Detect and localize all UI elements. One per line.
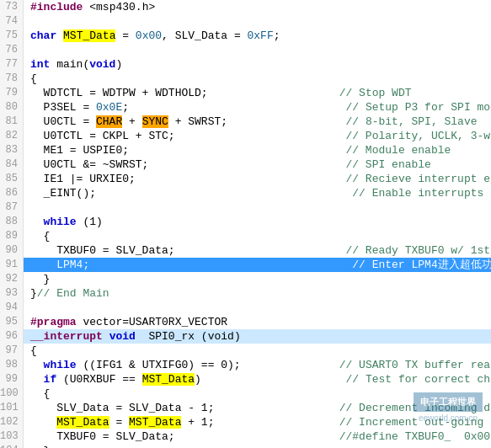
- line-content: ME1 = USPIE0; // Module enable: [27, 143, 491, 157]
- code-line-96[interactable]: 96__interrupt void SPI0_rx (void): [0, 329, 491, 344]
- line-content: LPM4; // Enter LPM4进入超低功耗模式: [27, 258, 491, 272]
- line-content: U0TCTL = CKPL + STC; // Polarity, UCLK, …: [27, 129, 491, 143]
- line-number: 102: [0, 415, 24, 429]
- line-number: 90: [0, 243, 24, 258]
- code-line-89[interactable]: 89 {: [0, 229, 491, 243]
- line-number: 75: [0, 29, 24, 43]
- line-content: __interrupt void SPI0_rx (void): [27, 329, 491, 344]
- line-number: 93: [0, 286, 24, 301]
- line-number: 88: [0, 215, 24, 229]
- line-number: 104: [0, 444, 24, 448]
- line-number: 83: [0, 143, 24, 157]
- line-number: 103: [0, 429, 24, 444]
- code-line-83[interactable]: 83 ME1 = USPIE0; // Module enable: [0, 143, 491, 157]
- line-number: 78: [0, 72, 24, 86]
- code-line-85[interactable]: 85 IE1 |= URXIE0; // Recieve interrupt e…: [0, 172, 491, 186]
- line-content: }: [27, 444, 491, 448]
- line-content: TXBUF0 = SLV_Data; //#define TXBUF0_ 0x0…: [27, 429, 491, 444]
- code-line-87[interactable]: 87: [0, 200, 491, 215]
- line-number: 79: [0, 86, 24, 100]
- line-number: 99: [0, 372, 24, 387]
- line-number: 97: [0, 344, 24, 358]
- line-number: 82: [0, 129, 24, 143]
- line-number: 80: [0, 100, 24, 115]
- line-number: 98: [0, 358, 24, 372]
- code-editor: 73#include <msp430.h>74 75char MST_Data …: [0, 0, 491, 448]
- code-line-80[interactable]: 80 P3SEL = 0x0E; // Setup P3 for SPI mod…: [0, 100, 491, 115]
- line-content: while (1): [27, 215, 491, 229]
- line-content: #pragma vector=USART0RX_VECTOR: [27, 315, 491, 329]
- code-line-90[interactable]: 90 TXBUF0 = SLV_Data; // Ready TXBUF0 w/…: [0, 243, 491, 258]
- line-content: }: [27, 272, 491, 286]
- line-content: U0CTL = CHAR + SYNC + SWRST; // 8-bit, S…: [27, 115, 491, 129]
- line-content: IE1 |= URXIE0; // Recieve interrupt enab…: [27, 172, 491, 186]
- line-number: 76: [0, 43, 24, 57]
- line-number: 100: [0, 387, 24, 401]
- line-content: while ((IFG1 & UTXIFG0) == 0); // USART0…: [27, 358, 491, 372]
- code-line-94[interactable]: 94: [0, 301, 491, 315]
- line-number: 92: [0, 272, 24, 286]
- code-line-93[interactable]: 93}// End Main: [0, 286, 491, 301]
- code-line-86[interactable]: 86 _EINT(); // Enable interrupts: [0, 186, 491, 200]
- line-number: 86: [0, 186, 24, 200]
- line-number: 94: [0, 301, 24, 315]
- line-content: [27, 301, 491, 315]
- line-number: 96: [0, 329, 24, 344]
- code-line-98[interactable]: 98 while ((IFG1 & UTXIFG0) == 0); // USA…: [0, 358, 491, 372]
- code-line-73[interactable]: 73#include <msp430.h>: [0, 0, 491, 14]
- watermark-url: eeworld.com.cn: [414, 413, 483, 423]
- line-content: WDTCTL = WDTPW + WDTHOLD; // Stop WDT: [27, 86, 491, 100]
- code-line-97[interactable]: 97{: [0, 344, 491, 358]
- line-number: 87: [0, 200, 24, 215]
- code-line-95[interactable]: 95#pragma vector=USART0RX_VECTOR: [0, 315, 491, 329]
- code-line-99[interactable]: 99 if (U0RXBUF == MST_Data) // Test for …: [0, 372, 491, 387]
- line-content: {: [27, 344, 491, 358]
- code-line-74[interactable]: 74: [0, 14, 491, 29]
- line-number: 91: [0, 258, 24, 272]
- line-number: 95: [0, 315, 24, 329]
- line-content: {: [27, 229, 491, 243]
- watermark-brand: 电子工程世界: [414, 392, 483, 412]
- code-line-91[interactable]: 91 LPM4; // Enter LPM4进入超低功耗模式: [0, 258, 491, 272]
- line-number: 81: [0, 115, 24, 129]
- code-lines: 73#include <msp430.h>74 75char MST_Data …: [0, 0, 491, 448]
- code-line-88[interactable]: 88 while (1): [0, 215, 491, 229]
- code-line-104[interactable]: 104 }: [0, 444, 491, 448]
- code-line-103[interactable]: 103 TXBUF0 = SLV_Data; //#define TXBUF0_…: [0, 429, 491, 444]
- line-number: 89: [0, 229, 24, 243]
- code-line-82[interactable]: 82 U0TCTL = CKPL + STC; // Polarity, UCL…: [0, 129, 491, 143]
- code-line-77[interactable]: 77int main(void): [0, 57, 491, 72]
- code-line-76[interactable]: 76: [0, 43, 491, 57]
- line-content: if (U0RXBUF == MST_Data) // Test for cor…: [27, 372, 491, 387]
- code-line-79[interactable]: 79 WDTCTL = WDTPW + WDTHOLD; // Stop WDT: [0, 86, 491, 100]
- code-line-84[interactable]: 84 U0CTL &= ~SWRST; // SPI enable: [0, 157, 491, 172]
- watermark: 电子工程世界 eeworld.com.cn: [414, 392, 483, 423]
- line-content: U0CTL &= ~SWRST; // SPI enable: [27, 157, 491, 172]
- line-content: P3SEL = 0x0E; // Setup P3 for SPI mode: [27, 100, 491, 115]
- line-content: TXBUF0 = SLV_Data; // Ready TXBUF0 w/ 1s…: [27, 243, 491, 258]
- line-content: [27, 43, 491, 57]
- line-number: 101: [0, 401, 24, 415]
- line-content: {: [27, 72, 491, 86]
- code-line-75[interactable]: 75char MST_Data = 0x00, SLV_Data = 0xFF;: [0, 29, 491, 43]
- line-content: int main(void): [27, 57, 491, 72]
- line-content: [27, 14, 491, 29]
- line-content: }// End Main: [27, 286, 491, 301]
- line-content: #include <msp430.h>: [27, 0, 491, 14]
- line-number: 74: [0, 14, 24, 29]
- line-content: _EINT(); // Enable interrupts: [27, 186, 491, 200]
- line-number: 85: [0, 172, 24, 186]
- line-number: 77: [0, 57, 24, 72]
- line-number: 84: [0, 157, 24, 172]
- code-line-78[interactable]: 78{: [0, 72, 491, 86]
- line-number: 73: [0, 0, 24, 14]
- code-line-81[interactable]: 81 U0CTL = CHAR + SYNC + SWRST; // 8-bit…: [0, 115, 491, 129]
- line-content: char MST_Data = 0x00, SLV_Data = 0xFF;: [27, 29, 491, 43]
- code-line-92[interactable]: 92 }: [0, 272, 491, 286]
- line-content: [27, 200, 491, 215]
